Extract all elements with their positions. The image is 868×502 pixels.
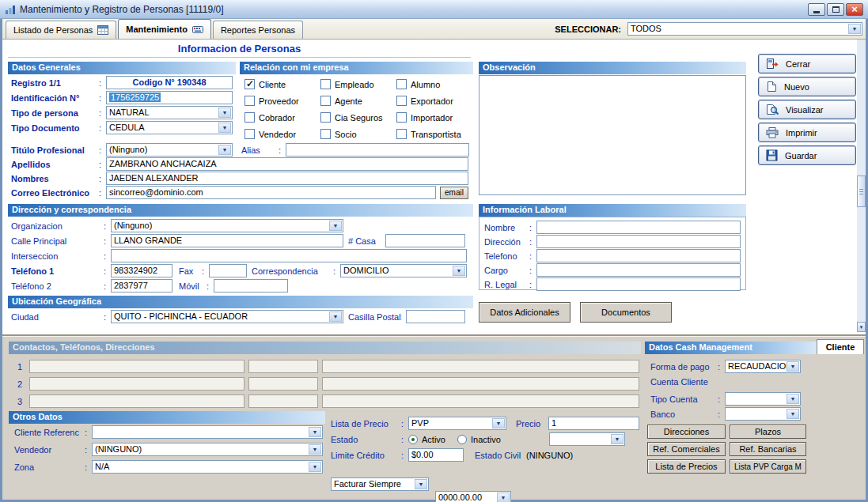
transportista-checkbox[interactable] [396,129,407,139]
inactivo-radio[interactable] [457,435,467,444]
identificacion-input[interactable]: 1756259725 [106,91,233,104]
correspondencia-select[interactable]: DOMICILIO [340,264,467,277]
contact2-field3[interactable] [322,377,639,391]
table-grid-icon [97,25,108,35]
contact1-field3[interactable] [322,360,639,373]
calle-principal-input[interactable]: LLANO GRANDE [111,234,343,247]
importador-checkbox[interactable] [396,112,407,123]
nombres-input[interactable]: JAEDEN ALEXANDER [106,172,468,185]
ciudad-select[interactable]: QUITO - PICHINCHA - ECUADOR [111,310,343,323]
laboral-cargo-input[interactable] [536,263,741,277]
cliente-referencia-select[interactable] [92,425,323,439]
seleccionar-select[interactable]: TODOS [627,22,862,36]
tab-listado-de-personas[interactable]: Listado de Personas [6,21,116,39]
cliente-tab[interactable]: Cliente [817,339,864,354]
banco-select[interactable] [725,407,801,421]
tab-label: Mantenimiento [126,25,188,34]
tipo-persona-select[interactable]: NATURAL [106,106,233,119]
limite-credito-input[interactable]: $0.00 [408,448,464,462]
section-header-relacion: Relación con mi empresa [240,62,473,74]
contact3-field3[interactable] [322,394,639,408]
checkbox-label: Socio [335,130,357,139]
activo-radio[interactable] [408,435,418,444]
laboral-telefono-input[interactable] [536,249,741,262]
proveedor-checkbox[interactable] [244,96,255,106]
vendedor-checkbox[interactable] [244,129,255,139]
telefono2-input[interactable]: 2837977 [111,279,172,293]
lista-pvp-carga-button[interactable]: Lista PVP Carga M [730,459,806,474]
lista-precio-select[interactable]: PVP [408,417,506,430]
laboral-nombre-input[interactable] [536,221,741,234]
lista-precios-button[interactable]: Lista de Precios [647,459,726,474]
app-icon [5,4,16,15]
contact3-field1[interactable] [29,394,244,408]
empleado-checkbox[interactable] [320,79,331,89]
contact3-field2[interactable] [248,394,318,408]
scrollbar-thumb[interactable] [857,176,866,207]
checkbox-cell-socio: Socio [320,129,396,139]
nuevo-button[interactable]: Nuevo [758,77,856,96]
contact1-field2[interactable] [248,360,318,373]
direcciones-button[interactable]: Direcciones [647,425,726,439]
checkbox-cell-vendedor: Vendedor [244,129,320,139]
fax-input[interactable] [209,264,247,277]
button-label: Cerrar [786,59,810,69]
ref-bancarias-button[interactable]: Ref. Bancarias [730,442,806,456]
tab-mantenimiento[interactable]: Mantenimiento [118,19,211,39]
close-button[interactable] [846,3,863,16]
tab-reportes-personas[interactable]: Reportes Personas [213,21,303,39]
guardar-button[interactable]: Guardar [758,145,856,165]
vendedor-select[interactable]: (NINGUNO) [92,443,323,456]
laboral-rlegal-input[interactable] [536,277,741,291]
ref-comerciales-button[interactable]: Ref. Comerciales [647,442,726,456]
laboral-direccion-input[interactable] [536,235,741,248]
cerrar-button[interactable]: Cerrar [758,54,856,74]
cliente-checkbox[interactable] [244,79,255,89]
documentos-button[interactable]: Documentos [580,302,672,323]
laboral-direccion-row: Dirección [484,235,741,248]
plazos-button[interactable]: Plazos [730,425,806,439]
alias-input[interactable] [286,143,469,157]
apellidos-input[interactable]: ZAMBRANO ANCHACAIZA [106,157,468,171]
cia-seguros-checkbox[interactable] [320,112,331,123]
tipo-documento-select[interactable]: CEDULA [106,121,233,134]
tab-bar: Listado de Personas Mantenimiento Report… [2,19,866,40]
cobrador-checkbox[interactable] [244,112,255,123]
datos-adicionales-button[interactable]: Datos Adicionales [479,302,570,323]
exportador-checkbox[interactable] [396,96,407,106]
facturar-siempre-select[interactable]: Facturar Siempre [331,477,429,491]
section-header-laboral: Información Laboral [479,204,746,217]
contact1-field1[interactable] [29,360,244,373]
alumno-checkbox[interactable] [396,79,407,89]
vertical-scrollbar[interactable] [857,40,866,332]
contact2-field2[interactable] [248,377,318,391]
casa-input[interactable] [385,234,465,247]
precio-input[interactable]: 1 [548,417,639,430]
correo-input[interactable]: sincorreo@dominio.com [106,186,436,199]
socio-checkbox[interactable] [320,129,331,139]
tipo-cuenta-select[interactable] [725,392,801,406]
movil-input[interactable] [214,279,288,293]
contact2-field1[interactable] [29,377,244,391]
agente-checkbox[interactable] [320,96,331,106]
correo-row: Correo Electrónico sincorreo@dominio.com… [11,186,468,199]
maximize-button[interactable] [827,3,844,16]
laboral-rlegal-row: R. Legal [484,277,741,291]
imprimir-button[interactable]: Imprimir [758,123,856,142]
titulo-profesional-select[interactable]: (Ninguno) [106,143,233,157]
organizacion-select[interactable]: (Ninguno) [111,219,343,232]
zona-select[interactable]: N/A [92,460,323,474]
email-button[interactable]: email [440,187,468,199]
forma-pago-select[interactable]: RECAUDACION [725,360,801,373]
observacion-textarea[interactable] [479,75,746,195]
checkbox-label: Transportista [411,130,461,139]
scroll-down-button[interactable] [857,322,866,332]
contact-row-number: 3 [17,397,25,406]
estado-extra-select[interactable] [549,432,625,446]
visualizar-button[interactable]: Visualizar [758,100,856,119]
interseccion-input[interactable] [111,249,467,262]
fecha1-select[interactable]: 0000.00.00 [435,491,511,502]
casilla-postal-input[interactable] [406,310,465,323]
telefono1-input[interactable]: 983324902 [111,264,172,277]
minimize-button[interactable] [808,3,825,16]
